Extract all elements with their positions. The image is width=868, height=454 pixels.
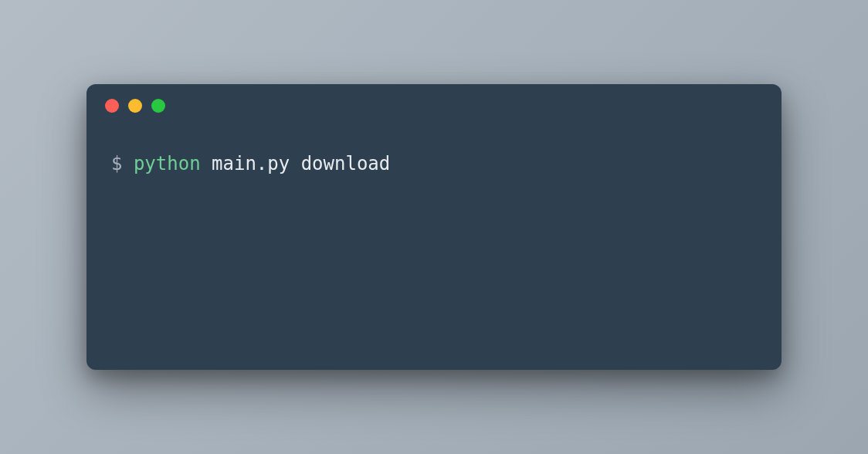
command-keyword: python (134, 149, 201, 178)
window-titlebar (86, 84, 782, 127)
command-args: main.py download (201, 149, 391, 178)
minimize-icon[interactable] (128, 99, 142, 113)
terminal-body[interactable]: $ python main.py download (86, 127, 782, 200)
close-icon[interactable] (105, 99, 119, 113)
maximize-icon[interactable] (151, 99, 165, 113)
terminal-window: $ python main.py download (86, 84, 782, 370)
prompt-symbol: $ (111, 149, 134, 178)
command-line: $ python main.py download (111, 149, 757, 178)
